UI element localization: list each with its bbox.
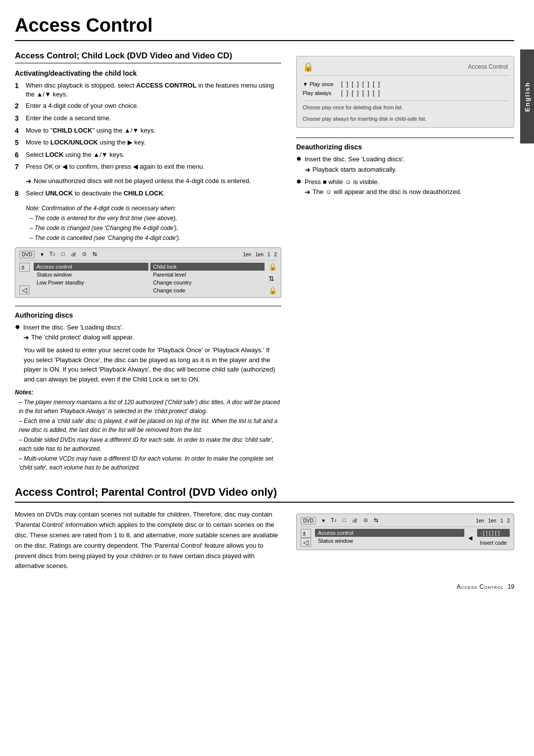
play-once-row: ▼ Play once [ ] [ ] [ ] [ ] [303, 81, 508, 88]
insert-nav-body: ± ◁ Access control Status window ◀ [301, 529, 510, 547]
insert-screen-mockup: DVD ▼ T♪ □ ㎗ ⊙ ⇆ 1en 1en [296, 514, 514, 550]
auth-bullet-1: ● Insert the disc. See 'Loading discs'. … [15, 323, 281, 343]
authorizing-title: Authorizing discs [15, 311, 281, 319]
lock-icon: 🔒 [303, 61, 313, 72]
nav-screen-mockup: DVD ▼ T♪ □ ㎗ ⊙ ⇆ 1en 1en 1 [15, 247, 281, 298]
insert-code-label: Insert code [477, 539, 510, 547]
steps-list: 1 When disc playback is stopped, select … [15, 81, 281, 172]
step-6: 6 Select LOCK using the ▲/▼ keys. [15, 150, 281, 160]
step-1: 1 When disc playback is stopped, select … [15, 81, 281, 99]
side-tab-label: English [524, 82, 531, 112]
deauth-bullet-1: ● Insert the disc. See 'Loading discs'. … [296, 155, 514, 175]
step-3: 3 Enter the code a second time. [15, 114, 281, 124]
insert-menu-status: Status window [315, 537, 464, 545]
insert-menu-access: Access control [315, 529, 464, 537]
sub-country: Change country [150, 279, 265, 286]
divider-auth [15, 306, 281, 306]
locked-header: 🔒 Access Control [303, 61, 508, 76]
confirm-note-items: The code is entered for the very first t… [30, 214, 281, 242]
section2: Access Control; Parental Control (DVD Vi… [15, 486, 514, 578]
deauth-title: Deauthorizing discs [296, 143, 514, 151]
step-2: 2 Enter a 4-digit code of your own choic… [15, 101, 281, 111]
step-7: 7 Press OK or ◀ to confirm, then press ◀… [15, 162, 281, 172]
auth-notes: Notes: The player memory maintains a lis… [15, 388, 281, 472]
menu-status-window: Status window [34, 271, 148, 279]
menu-access-control: Access control [34, 263, 148, 271]
insert-code-brackets: · [ ] [ ] [ ] [477, 529, 510, 537]
nav-body: ± ◁ Access control Status window Low Pow… [19, 263, 277, 294]
locked-screen-mockup: 🔒 Access Control ▼ Play once [ ] [ ] [ ]… [296, 56, 514, 128]
section1-title: Access Control; Child Lock (DVD Video an… [15, 51, 281, 63]
confirm-note: Note: Confirmation of the 4-digit code i… [26, 204, 281, 242]
arrow-note-1: ➜ Now unauthorized discs will not be pla… [26, 177, 281, 185]
page-num-label: Access Control [457, 583, 504, 590]
step-5: 5 Move to LOCK/UNLOCK using the ▶ key. [15, 138, 281, 148]
page-num-area: Access Control 19 [15, 583, 514, 590]
play-always-row: Play always [ ] [ ] [ ] [ ] [303, 90, 508, 96]
play-grid: ▼ Play once [ ] [ ] [ ] [ ] Play always … [303, 81, 508, 96]
activating-title: Activating/deactivating the child lock [15, 69, 281, 77]
page-title: Access Control [15, 15, 514, 41]
insert-nav-top: DVD ▼ T♪ □ ㎗ ⊙ ⇆ 1en 1en [301, 517, 510, 527]
section2-columns: Movies on DVDs may contain scenes not su… [15, 510, 514, 578]
menu-low-power: Low Power standby [34, 279, 148, 286]
parental-desc: Movies on DVDs may contain scenes not su… [15, 510, 281, 571]
deauth-bullet-2: ● Press ■ while ☺ is visible. ➜ The ☺ wi… [296, 178, 514, 197]
step-8: 8 Select UNLOCK to deactivate the CHILD … [15, 189, 281, 199]
access-control-label: Access Control [468, 63, 508, 70]
locked-note-2: Choose play always for inserting disk in… [303, 114, 508, 123]
locked-note-1: Choose play once for deleting disk from … [303, 100, 508, 111]
sub-child-lock: Child lock [150, 263, 265, 271]
step8-list: 8 Select UNLOCK to deactivate the CHILD … [15, 189, 281, 199]
divider-deauth [296, 138, 514, 138]
sub-parental: Parental level [150, 271, 265, 279]
auth-long-text: You will be asked to enter your secret c… [24, 345, 281, 384]
sub-code: Change code [150, 286, 265, 294]
nav-top-bar: DVD ▼ T♪ □ ㎗ ⊙ ⇆ 1en 1en 1 [19, 251, 277, 261]
step-4: 4 Move to "CHILD LOCK" using the ▲/▼ key… [15, 126, 281, 136]
section2-title: Access Control; Parental Control (DVD Vi… [15, 486, 514, 503]
page-number: 19 [508, 583, 514, 590]
